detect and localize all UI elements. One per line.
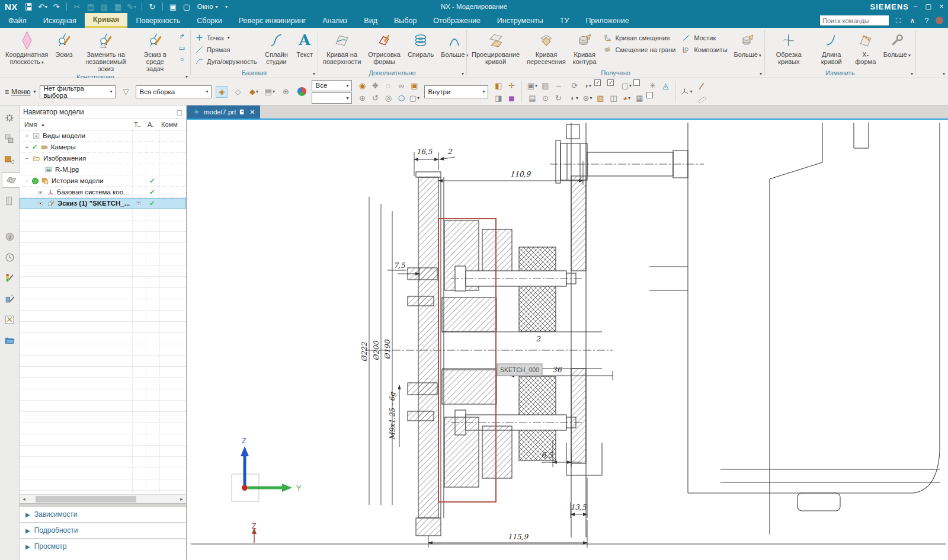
help-icon[interactable]: ? [921, 15, 932, 26]
grid-icon[interactable]: ▦ [633, 92, 645, 104]
view-refresh-icon[interactable]: ↻ [552, 92, 564, 104]
x-form-button[interactable]: X-форма [852, 30, 879, 68]
replace-independent-sketch-button[interactable]: Заменить на независимый эскиз [77, 30, 135, 73]
datum-plane-button[interactable]: Координатная плоскость▾ [2, 30, 51, 73]
checkbox-layer-icon[interactable]: ✓ [594, 79, 601, 86]
section-dependencies[interactable]: ▶ Зависимости [20, 506, 186, 522]
tree-row-sketch[interactable]: Эскиз (1) "SKETCH_... ✓ [20, 198, 186, 209]
snap-scope-dropdown[interactable]: Все▾ [312, 80, 352, 91]
group-dialog-icon[interactable]: ▾ [760, 71, 762, 76]
eye-icon[interactable] [36, 189, 44, 196]
column-t[interactable]: Т.. [134, 121, 141, 128]
point-button[interactable]: Точка▾ [193, 32, 260, 43]
snap-quad-icon[interactable]: ▢▾ [408, 92, 420, 104]
eye-icon[interactable] [36, 200, 44, 207]
expand-icon[interactable]: + [24, 144, 30, 151]
roles-gear-icon[interactable] [2, 110, 17, 126]
tab-reverse-engineering[interactable]: Реверс инжиниринг [230, 13, 314, 28]
orient-view-icon[interactable]: ▾ [680, 86, 692, 98]
snap-end-icon[interactable]: ◉ [356, 79, 368, 91]
section-curve-button[interactable]: Кривая контура [570, 30, 600, 68]
snap-box-icon[interactable]: ▣ [408, 79, 420, 91]
bridge-curve-button[interactable]: Мостик [679, 32, 729, 43]
checkbox-grid-icon[interactable] [633, 79, 640, 86]
checkbox-wcs-icon[interactable]: ✓ [607, 79, 614, 86]
reuse-library-icon[interactable] [2, 193, 17, 209]
offset-curve-button[interactable]: Кривая смещения [601, 32, 678, 43]
sketch-tag[interactable]: SKETCH_000 [497, 364, 542, 376]
inside-dropdown[interactable]: Внутри▾ [424, 85, 488, 98]
tree-row-cameras[interactable]: + ✓ Камеры [20, 142, 186, 153]
window-new-icon[interactable]: ▢▾ [620, 79, 632, 91]
drawing-canvas[interactable]: 16,5 2 110,9 7,5 Ø222 Ø200 Ø190 2 36 M9x… [187, 119, 948, 560]
column-a[interactable]: А. [148, 121, 153, 128]
selection-filter-dropdown[interactable]: Нет фильтра выбора▾ [40, 85, 116, 98]
collapse-icon[interactable]: − [24, 155, 30, 162]
tab-assemblies[interactable]: Сборки [188, 13, 230, 28]
zoom-loupe-icon[interactable]: ⊙ [539, 92, 551, 104]
snap-center-icon[interactable]: ◎ [382, 92, 394, 104]
tab-view[interactable]: Вид [356, 13, 386, 28]
section-details[interactable]: ▶ Подробности [20, 522, 186, 538]
burst-icon[interactable]: ✳ [646, 79, 658, 91]
composites-button[interactable]: Композиты [679, 44, 729, 55]
profile-icon[interactable]: ↱ [177, 32, 187, 41]
tab-surface[interactable]: Поверхность [127, 13, 188, 28]
window-zoom-icon[interactable]: ▣▾ [526, 79, 538, 91]
tree-row-datum-csys[interactable]: Базовая система коо... ✓ [20, 187, 186, 198]
snap-rotate-icon[interactable]: ↺ [369, 92, 381, 104]
visualization-icon[interactable] [2, 270, 17, 286]
magenta-box-icon[interactable]: ◼ [505, 92, 517, 104]
tree-row-images[interactable]: − Изображения [20, 153, 186, 164]
update-display-icon[interactable]: ⟳ [568, 79, 580, 91]
ribbon-overflow-icon[interactable]: ▾ [943, 71, 945, 76]
group-dialog-icon[interactable]: ▾ [911, 71, 913, 76]
material-icon[interactable]: ◕▾ [620, 92, 632, 104]
close-tab-icon[interactable]: ✕ [249, 108, 255, 116]
wcs-triad[interactable]: Z Y [232, 436, 302, 501]
snap-poly-icon[interactable]: ⬡ [395, 92, 407, 104]
camera-icon[interactable]: ◫ [607, 92, 619, 104]
filter-icon[interactable]: ▽ [120, 86, 132, 98]
circle-icon[interactable]: ○ [177, 55, 187, 64]
selection-list-icon[interactable]: ▤▾ [264, 86, 276, 98]
project-curve-button[interactable]: Проецирование кривой [469, 30, 523, 68]
qat-customize-icon[interactable]: ▾ [221, 1, 232, 12]
restore-button[interactable]: ▢ [922, 0, 935, 13]
tree-row-model-views[interactable]: + Виды модели [20, 130, 186, 142]
navigator-hscrollbar[interactable]: ◂ ▸ [20, 494, 186, 503]
scroll-thumb[interactable] [36, 496, 136, 503]
minimize-ribbon-icon[interactable]: ∧ [907, 15, 918, 26]
snap-mid-icon[interactable]: ⊕ [356, 92, 368, 104]
rectangle-icon[interactable]: ▭ [177, 43, 187, 53]
crosshair-filter-icon[interactable]: ⊕ [280, 86, 292, 98]
offset-in-face-button[interactable]: Смещение на грани [601, 44, 678, 55]
line-button[interactable]: Прямая [193, 44, 260, 55]
collapse-icon[interactable]: − [24, 178, 30, 184]
toolbox-icon[interactable] [2, 312, 17, 327]
studio-spline-button[interactable]: Сплайн студии [261, 30, 293, 68]
snap-point-icon[interactable]: ◈ [216, 86, 228, 98]
close-button[interactable]: × [935, 0, 948, 13]
crosshair2-icon[interactable]: ✛ [505, 79, 517, 91]
tab-application[interactable]: Приложение [577, 13, 637, 28]
trim-curve-button[interactable]: Обрезка кривых [767, 30, 811, 68]
window-pan-icon[interactable]: ▥ [539, 79, 551, 91]
intersection-curve-button[interactable]: Кривая пересечения [524, 30, 569, 68]
column-comm[interactable]: Комм [161, 121, 178, 128]
student-icon[interactable]: ◬ [659, 79, 671, 91]
column-name[interactable]: Имя [20, 121, 37, 128]
tree-row-image-rm[interactable]: R-M.jpg [20, 164, 186, 175]
save-icon[interactable] [24, 1, 34, 12]
tab-render[interactable]: Отображение [425, 13, 488, 28]
select-body-icon[interactable]: ◆▾ [248, 86, 260, 98]
expand-icon[interactable]: + [24, 133, 30, 139]
ruler-icon[interactable] [696, 92, 708, 104]
window-layout-icon[interactable]: ▢ [181, 1, 192, 12]
origin-point[interactable] [242, 485, 248, 491]
fullscreen-icon[interactable]: ⛶ [893, 15, 904, 26]
section-preview[interactable]: ▶ Просмотр [20, 538, 186, 554]
render-style-icon[interactable]: ◑▾ [581, 79, 593, 91]
color-filter-icon[interactable] [296, 86, 308, 98]
navigator-column-header[interactable]: Имя ▲ Т.. А. Комм [20, 119, 186, 130]
